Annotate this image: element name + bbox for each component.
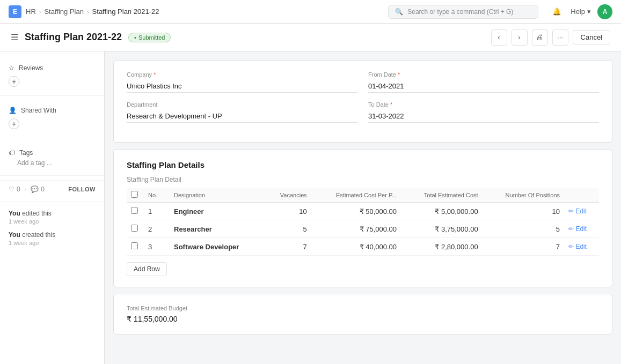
row-cost-per-position: ₹ 40,000.00 xyxy=(311,238,401,256)
row-no: 2 xyxy=(144,220,170,238)
search-bar[interactable]: 🔍 Search or type a command (Ctrl + G) xyxy=(388,5,538,19)
department-field: Department Research & Development - UP xyxy=(127,101,357,123)
row-total-cost: ₹ 3,75,000.00 xyxy=(401,220,483,238)
row-checkbox[interactable] xyxy=(131,207,138,214)
cancel-button[interactable]: Cancel xyxy=(573,30,610,44)
row-num-positions: 5 xyxy=(483,220,564,238)
tags-section: 🏷 Tags Add a tag ... xyxy=(0,143,104,171)
from-date-value: 01-04-2021 xyxy=(368,80,599,93)
col-total-cost: Total Estimated Cost xyxy=(401,188,483,203)
activity-time-2: 1 week ago xyxy=(9,240,96,246)
row-edit-cell: ✏ Edit xyxy=(564,203,599,220)
search-placeholder: Search or type a command (Ctrl + G) xyxy=(407,8,513,16)
shared-with-section: 👤 Shared With + xyxy=(0,100,104,133)
menu-icon[interactable]: ☰ xyxy=(11,32,18,42)
status-dot: • xyxy=(134,34,136,41)
breadcrumb-staffing-plan[interactable]: Staffing Plan xyxy=(44,8,83,16)
col-cost-per-position: Estimated Cost Per P... xyxy=(311,188,401,203)
row-checkbox[interactable] xyxy=(131,242,138,249)
company-value: Unico Plastics Inc xyxy=(127,80,357,93)
reviews-section: ☆ Reviews + xyxy=(0,58,104,91)
meta-dot: · xyxy=(25,185,27,193)
row-vacancies: 10 xyxy=(265,203,311,220)
breadcrumb: HR › Staffing Plan › Staffing Plan 2021-… xyxy=(26,8,159,16)
search-icon: 🔍 xyxy=(395,8,403,16)
status-text: Submitted xyxy=(138,34,165,41)
table-row: 2 Researcher 5 ₹ 75,000.00 ₹ 3,75,000.00… xyxy=(127,220,599,238)
row-edit-cell: ✏ Edit xyxy=(564,220,599,238)
help-label: Help xyxy=(571,8,585,16)
tags-label: Tags xyxy=(19,149,33,157)
comment-button[interactable]: 💬 0 xyxy=(31,185,45,193)
add-row-button[interactable]: Add Row xyxy=(127,262,167,276)
row-no: 1 xyxy=(144,203,170,220)
row-checkbox-cell xyxy=(127,220,144,238)
add-shared-button[interactable]: + xyxy=(9,118,19,129)
select-all-checkbox[interactable] xyxy=(131,191,138,198)
edit-row-button[interactable]: ✏ Edit xyxy=(568,225,587,233)
page-title: Staffing Plan 2021-22 xyxy=(25,32,122,43)
prev-button[interactable]: ‹ xyxy=(491,29,507,46)
row-num-positions: 10 xyxy=(483,203,564,220)
section-title: Staffing Plan Details xyxy=(127,160,599,169)
status-badge: • Submitted xyxy=(128,33,171,42)
comments-count: 0 xyxy=(41,185,45,193)
col-designation: Designation xyxy=(170,188,265,203)
shared-with-header[interactable]: 👤 Shared With xyxy=(9,105,96,116)
comment-icon: 💬 xyxy=(31,185,39,193)
shared-with-label: Shared With xyxy=(21,107,56,114)
add-tag-input[interactable]: Add a tag ... xyxy=(9,157,61,169)
help-button[interactable]: Help ▾ xyxy=(571,8,591,16)
edit-row-button[interactable]: ✏ Edit xyxy=(568,243,587,250)
reviews-header[interactable]: ☆ Reviews xyxy=(9,62,96,74)
more-button[interactable]: ··· xyxy=(552,29,568,46)
breadcrumb-sep-2: › xyxy=(87,9,89,15)
col-vacancies: Vacancies xyxy=(265,188,311,203)
add-review-button[interactable]: + xyxy=(9,76,19,87)
notifications-button[interactable]: 🔔 xyxy=(549,4,564,19)
avatar[interactable]: A xyxy=(597,4,612,19)
row-designation: Engineer xyxy=(170,203,265,220)
staffing-details-card: Staffing Plan Details Staffing Plan Deta… xyxy=(113,149,612,287)
activity-action-2: created this xyxy=(22,231,55,239)
activity-action-1: edited this xyxy=(22,210,52,217)
to-date-value: 31-03-2022 xyxy=(368,110,599,123)
reviews-label: Reviews xyxy=(19,64,43,72)
company-label: Company * xyxy=(127,71,357,78)
row-checkbox[interactable] xyxy=(131,225,138,232)
shared-icon: 👤 xyxy=(9,107,17,114)
budget-value: ₹ 11,55,000.00 xyxy=(127,315,599,323)
activity-user-2: You xyxy=(9,231,20,239)
heart-icon: ♡ xyxy=(9,185,14,193)
edit-row-button[interactable]: ✏ Edit xyxy=(568,207,587,215)
row-no: 3 xyxy=(144,238,170,256)
budget-card: Total Estimated Budget ₹ 11,55,000.00 xyxy=(113,294,612,335)
chevron-down-icon: ▾ xyxy=(587,8,591,16)
app-logo[interactable]: E xyxy=(9,5,21,18)
budget-label: Total Estimated Budget xyxy=(127,305,599,311)
sidebar: ☆ Reviews + 👤 Shared With + 🏷 Tags Add a… xyxy=(0,51,105,364)
next-button[interactable]: › xyxy=(512,29,528,46)
department-value: Research & Development - UP xyxy=(127,110,357,123)
like-button[interactable]: ♡ 0 xyxy=(9,185,20,193)
to-date-label: To Date * xyxy=(368,101,599,108)
row-edit-cell: ✏ Edit xyxy=(564,238,599,256)
to-date-field: To Date * 31-03-2022 xyxy=(368,101,599,123)
row-num-positions: 7 xyxy=(483,238,564,256)
main-content: Company * Unico Plastics Inc From Date *… xyxy=(105,51,621,364)
print-button[interactable]: 🖨 xyxy=(532,29,548,46)
row-designation: Software Developer xyxy=(170,238,265,256)
top-nav: E HR › Staffing Plan › Staffing Plan 202… xyxy=(0,0,621,24)
from-date-field: From Date * 01-04-2021 xyxy=(368,71,599,93)
col-no: No. xyxy=(144,188,170,203)
follow-button[interactable]: FOLLOW xyxy=(68,186,96,192)
meta-row: ♡ 0 · 💬 0 FOLLOW xyxy=(0,180,104,197)
col-checkbox xyxy=(127,188,144,203)
row-cost-per-position: ₹ 75,000.00 xyxy=(311,220,401,238)
page-header: ☰ Staffing Plan 2021-22 • Submitted ‹ › … xyxy=(0,24,621,51)
department-label: Department xyxy=(127,101,357,108)
breadcrumb-sep-1: › xyxy=(39,9,41,15)
activity-item-1: You edited this 1 week ago xyxy=(0,206,104,228)
activity-time-1: 1 week ago xyxy=(9,218,96,225)
breadcrumb-hr[interactable]: HR xyxy=(26,8,36,16)
